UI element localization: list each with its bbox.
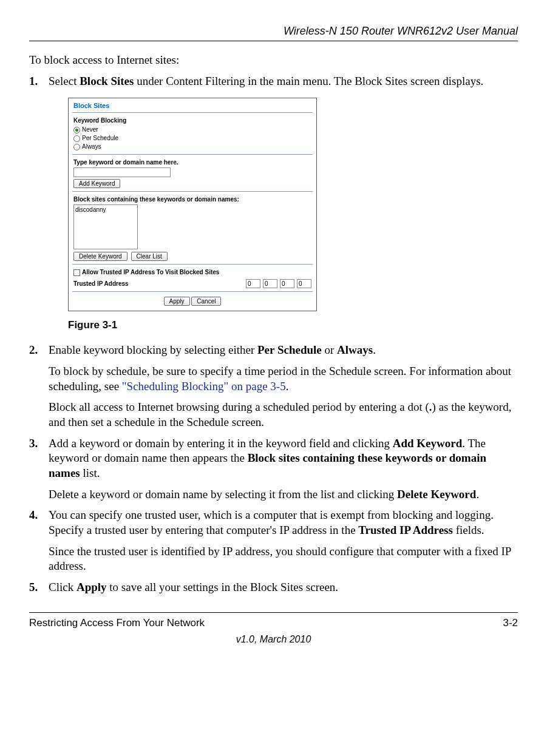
- apply-button[interactable]: Apply: [164, 297, 190, 306]
- radio-always[interactable]: Always: [73, 143, 311, 151]
- screenshot-footer-buttons: Apply Cancel: [69, 293, 316, 311]
- ip-octet-3[interactable]: [280, 279, 294, 288]
- checkbox-label: Allow Trusted IP Address To Visit Blocke…: [82, 268, 219, 277]
- doc-footer: Restricting Access From Your Network 3-2…: [29, 612, 518, 646]
- footer-page-number: 3-2: [503, 616, 518, 630]
- radio-label: Per Schedule: [82, 134, 118, 143]
- add-keyword-button[interactable]: Add Keyword: [73, 179, 120, 188]
- step-text: Add a keyword or domain by entering it i…: [49, 437, 486, 479]
- step-4: 4. You can specify one trusted user, whi…: [29, 508, 518, 574]
- radio-icon[interactable]: [73, 144, 80, 150]
- step-text: Select Block Sites under Content Filteri…: [49, 75, 483, 87]
- paragraph: To block by schedule, be sure to specify…: [49, 364, 518, 394]
- paragraph: Block all access to Internet browsing du…: [49, 400, 518, 430]
- step-text: Enable keyword blocking by selecting eit…: [49, 343, 376, 356]
- allow-trusted-checkbox-row[interactable]: Allow Trusted IP Address To Visit Blocke…: [73, 268, 311, 277]
- clear-list-button[interactable]: Clear List: [131, 252, 168, 261]
- trusted-ip-section: Allow Trusted IP Address To Visit Blocke…: [69, 266, 316, 290]
- paragraph: Delete a keyword or domain name by selec…: [49, 487, 518, 502]
- figure-wrapper: Block Sites Keyword Blocking Never Per S…: [68, 98, 518, 332]
- block-list-section: Block sites containing these keywords or…: [69, 193, 316, 263]
- step-1: 1. Select Block Sites under Content Filt…: [29, 74, 518, 332]
- checkbox-icon[interactable]: [73, 269, 80, 276]
- keyword-listbox[interactable]: discodanny: [73, 204, 138, 249]
- divider: [72, 154, 313, 155]
- bold-term: Apply: [76, 581, 107, 593]
- ip-octet-1[interactable]: [246, 279, 260, 288]
- type-keyword-section: Type keyword or domain name here. Add Ke…: [69, 156, 316, 190]
- ip-octet-2[interactable]: [263, 279, 277, 288]
- footer-version: v1.0, March 2010: [29, 633, 518, 646]
- trusted-ip-fields: [246, 279, 311, 288]
- bold-term: Trusted IP Address: [358, 524, 453, 536]
- step-number: 5.: [29, 580, 38, 595]
- keyword-blocking-section: Keyword Blocking Never Per Schedule Alwa…: [69, 114, 316, 153]
- divider: [72, 264, 313, 265]
- radio-label: Always: [82, 143, 101, 151]
- block-sites-screenshot: Block Sites Keyword Blocking Never Per S…: [68, 98, 317, 311]
- step-number: 2.: [29, 343, 38, 358]
- step-number: 4.: [29, 508, 38, 523]
- list-item[interactable]: discodanny: [75, 206, 136, 214]
- ip-octet-4[interactable]: [297, 279, 311, 288]
- bold-term: Per Schedule: [257, 343, 322, 356]
- doc-header: Wireless-N 150 Router WNR612v2 User Manu…: [29, 24, 518, 38]
- step-number: 1.: [29, 74, 38, 89]
- step-2: 2. Enable keyword blocking by selecting …: [29, 343, 518, 430]
- step-number: 3.: [29, 436, 38, 451]
- bold-term: Always: [337, 343, 373, 356]
- keyword-input[interactable]: [73, 167, 171, 177]
- paragraph: Since the trusted user is identified by …: [49, 544, 518, 574]
- divider: [72, 291, 313, 292]
- footer-rule: [29, 612, 518, 613]
- cancel-button[interactable]: Cancel: [191, 297, 221, 306]
- radio-label: Never: [82, 126, 98, 134]
- bold-term: Block Sites: [80, 75, 134, 87]
- header-rule: [29, 41, 518, 41]
- section-label: Keyword Blocking: [73, 116, 311, 124]
- intro-text: To block access to Internet sites:: [29, 53, 518, 68]
- screenshot-title: Block Sites: [69, 98, 316, 111]
- step-text: Click Apply to save all your settings in…: [49, 581, 338, 593]
- cross-reference-link[interactable]: "Scheduling Blocking" on page 3-5: [122, 380, 286, 393]
- divider: [72, 112, 313, 113]
- figure-label: Figure 3-1: [68, 319, 518, 332]
- step-text: You can specify one trusted user, which …: [49, 508, 494, 536]
- section-label: Type keyword or domain name here.: [73, 158, 311, 166]
- footer-section-title: Restricting Access From Your Network: [29, 616, 205, 630]
- radio-icon[interactable]: [73, 127, 80, 133]
- bold-term: Add Keyword: [393, 437, 463, 450]
- radio-never[interactable]: Never: [73, 126, 311, 134]
- steps-list: 1. Select Block Sites under Content Filt…: [29, 74, 518, 595]
- radio-icon[interactable]: [73, 135, 80, 142]
- radio-per-schedule[interactable]: Per Schedule: [73, 134, 311, 143]
- delete-keyword-button[interactable]: Delete Keyword: [73, 252, 127, 261]
- divider: [72, 191, 313, 192]
- step-3: 3. Add a keyword or domain by entering i…: [29, 436, 518, 502]
- bold-term: Delete Keyword: [397, 488, 476, 501]
- trusted-ip-label: Trusted IP Address: [73, 280, 129, 288]
- step-5: 5. Click Apply to save all your settings…: [29, 580, 518, 595]
- section-label: Block sites containing these keywords or…: [73, 195, 311, 203]
